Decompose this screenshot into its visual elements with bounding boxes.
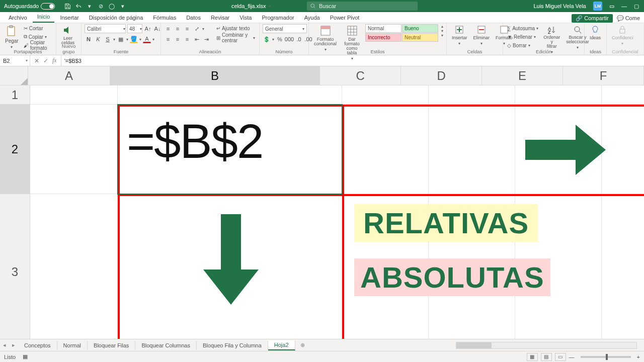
qa-customize-icon[interactable]: ▾ bbox=[119, 3, 126, 10]
cell-C2[interactable] bbox=[342, 105, 429, 194]
italic-button[interactable]: K bbox=[94, 35, 102, 43]
insert-cells-button[interactable]: Insertar▾ bbox=[450, 24, 469, 47]
select-all-corner[interactable] bbox=[0, 66, 28, 85]
fx-icon[interactable]: fx bbox=[52, 57, 57, 64]
font-size-dropdown[interactable]: 48▾ bbox=[127, 24, 142, 33]
wrap-text-button[interactable]: ↵Ajustar texto bbox=[215, 24, 256, 32]
style-neutral[interactable]: Neutral bbox=[402, 33, 438, 42]
comments-button[interactable]: 💬 Come bbox=[617, 15, 640, 22]
qa-more2-icon[interactable]: ◯ bbox=[108, 3, 115, 10]
autosum-button[interactable]: ∑Autosuma ▾ bbox=[506, 24, 539, 32]
style-normal[interactable]: Normal bbox=[365, 24, 401, 33]
styles-scroll-down-icon[interactable]: ▾ bbox=[441, 29, 443, 33]
tab-powerpivot[interactable]: Power Pivot bbox=[326, 13, 364, 23]
outdent-button[interactable]: ⇤ bbox=[193, 35, 201, 43]
align-left-button[interactable]: ≡ bbox=[164, 35, 172, 43]
search-box[interactable]: Buscar bbox=[307, 2, 418, 11]
tab-archivo[interactable]: Archivo bbox=[4, 13, 32, 23]
minimize-icon[interactable]: — bbox=[621, 3, 627, 9]
ideas-button[interactable]: Ideas bbox=[588, 24, 603, 41]
name-box[interactable]: B2▾ bbox=[0, 55, 30, 66]
tab-insertar[interactable]: Insertar bbox=[55, 13, 83, 23]
col-header-E[interactable]: E bbox=[482, 66, 563, 85]
bold-button[interactable]: N bbox=[85, 35, 93, 43]
underline-button[interactable]: S bbox=[104, 35, 112, 43]
view-pagelayout-button[interactable]: ▤ bbox=[541, 353, 552, 361]
col-header-F[interactable]: F bbox=[563, 66, 644, 85]
col-header-A[interactable]: A bbox=[28, 66, 110, 85]
filename-dropdown-icon[interactable]: ▾ bbox=[269, 4, 271, 9]
comma-button[interactable]: 000 bbox=[285, 35, 293, 43]
restore-icon[interactable]: ▢ bbox=[634, 3, 639, 10]
align-middle-button[interactable]: ≡ bbox=[174, 25, 182, 33]
cancel-formula-icon[interactable]: ✕ bbox=[34, 57, 39, 64]
style-bueno[interactable]: Bueno bbox=[402, 24, 438, 33]
fill-button[interactable]: ▼Rellenar ▾ bbox=[506, 33, 539, 41]
increase-decimal-button[interactable]: .0 bbox=[295, 35, 303, 43]
qa-more-icon[interactable]: ⊘ bbox=[97, 3, 104, 10]
tab-programador[interactable]: Programador bbox=[257, 13, 298, 23]
view-normal-button[interactable]: ▦ bbox=[527, 353, 538, 361]
autosave-toggle[interactable] bbox=[41, 3, 55, 10]
sheet-tab-bloqueo-fila-y-columna[interactable]: Bloqueo Fila y Columna bbox=[197, 341, 268, 350]
col-header-C[interactable]: C bbox=[320, 66, 401, 85]
sheet-nav-prev[interactable]: ◂ bbox=[0, 342, 9, 348]
tab-vista[interactable]: Vista bbox=[235, 13, 256, 23]
clear-button[interactable]: ◇Borrar ▾ bbox=[506, 41, 539, 49]
cell-A1[interactable] bbox=[30, 85, 118, 105]
col-header-D[interactable]: D bbox=[401, 66, 482, 85]
qa-dropdown-icon[interactable]: ▾ bbox=[86, 3, 93, 10]
zoom-slider[interactable] bbox=[581, 356, 631, 358]
borders-button[interactable]: ▦ bbox=[117, 35, 125, 43]
cell-D2[interactable] bbox=[429, 105, 515, 194]
styles-scroll-up-icon[interactable]: ▴ bbox=[441, 24, 443, 29]
ribbon-mode-icon[interactable]: ▭ bbox=[609, 3, 614, 10]
worksheet-grid[interactable]: ABCDEF 123 =$B$2RELATIVASABSOLUTAS bbox=[0, 66, 644, 353]
col-header-B[interactable]: B bbox=[110, 66, 320, 85]
tab-ayuda[interactable]: Ayuda bbox=[300, 13, 325, 23]
macro-record-icon[interactable]: ▦ bbox=[23, 353, 28, 360]
style-incorrecto[interactable]: Incorrecto bbox=[365, 33, 401, 42]
cut-button[interactable]: ✂Cortar bbox=[23, 24, 53, 32]
sheet-tab-hoja2[interactable]: Hoja2 bbox=[268, 340, 295, 350]
share-button[interactable]: 🔗 Compartir bbox=[572, 14, 612, 23]
font-name-dropdown[interactable]: Calibri▾ bbox=[85, 24, 126, 33]
row-header-2[interactable]: 2 bbox=[0, 105, 30, 194]
percent-button[interactable]: % bbox=[276, 35, 284, 43]
save-icon[interactable] bbox=[64, 3, 71, 10]
delete-cells-button[interactable]: Eliminar▾ bbox=[471, 24, 492, 47]
zoom-out-button[interactable]: — bbox=[569, 354, 575, 360]
indent-button[interactable]: ⇥ bbox=[202, 35, 210, 43]
format-as-table-button[interactable]: Dar formato como tabla▾ bbox=[341, 24, 363, 62]
styles-more-icon[interactable]: ▾ bbox=[441, 33, 443, 38]
horizontal-scrollbar[interactable] bbox=[456, 342, 637, 349]
sheet-tab-normal[interactable]: Normal bbox=[57, 341, 88, 350]
cell-B2[interactable] bbox=[118, 105, 342, 194]
avatar[interactable]: LM bbox=[593, 2, 602, 11]
cell-A2[interactable] bbox=[30, 105, 118, 194]
orientation-button[interactable]: ⤢ bbox=[193, 25, 201, 33]
zoom-in-button[interactable]: + bbox=[637, 354, 640, 360]
align-top-button[interactable]: ≡ bbox=[164, 25, 172, 33]
undo-icon[interactable] bbox=[75, 3, 82, 10]
add-sheet-button[interactable]: ⊕ bbox=[295, 342, 310, 348]
tab-revisar[interactable]: Revisar bbox=[206, 13, 234, 23]
tab-datos[interactable]: Datos bbox=[182, 13, 205, 23]
cell-C1[interactable] bbox=[342, 85, 429, 105]
cell-F3[interactable] bbox=[602, 194, 644, 350]
align-right-button[interactable]: ≡ bbox=[183, 35, 191, 43]
cell-E1[interactable] bbox=[515, 85, 602, 105]
merge-center-button[interactable]: ⊞Combinar y centrar ▾ bbox=[215, 34, 256, 42]
row-header-1[interactable]: 1 bbox=[0, 85, 30, 105]
view-pagebreak-button[interactable]: ▭ bbox=[555, 353, 566, 361]
paste-button[interactable]: Pegar▾ bbox=[3, 24, 21, 50]
font-color-button[interactable]: A bbox=[143, 35, 151, 43]
fill-color-button[interactable]: 🪣 bbox=[130, 35, 138, 43]
cell-A3[interactable] bbox=[30, 194, 118, 350]
tab-diseno-pagina[interactable]: Disposición de página bbox=[85, 13, 148, 23]
sheet-nav-next[interactable]: ▸ bbox=[9, 342, 18, 348]
increase-font-button[interactable]: A↑ bbox=[144, 25, 152, 33]
tab-inicio[interactable]: Inicio bbox=[33, 12, 55, 23]
align-bottom-button[interactable]: ≡ bbox=[183, 25, 191, 33]
row-header-3[interactable]: 3 bbox=[0, 194, 30, 350]
